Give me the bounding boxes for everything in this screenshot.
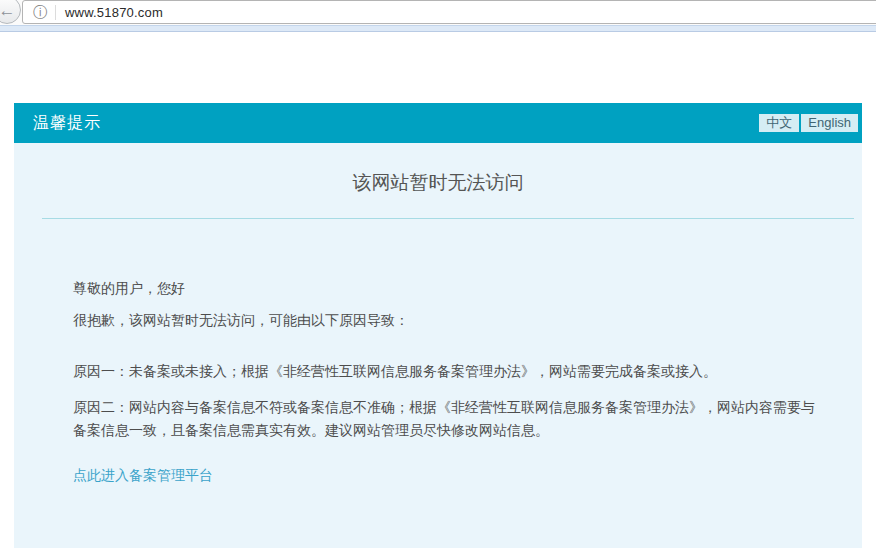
divider-line: [42, 218, 854, 219]
back-arrow-icon: ←: [0, 1, 16, 20]
back-button[interactable]: ←: [0, 0, 21, 24]
toolbar-bottom-strip: [0, 25, 876, 32]
notice-banner: 温馨提示 中文 English: [14, 103, 862, 143]
site-info-icon[interactable]: ⓘ: [33, 5, 47, 19]
page-title: 该网站暂时无法访问: [14, 143, 862, 196]
lang-english-button[interactable]: English: [801, 114, 858, 132]
intro-text: 很抱歉，该网站暂时无法访问，可能由以下原因导致：: [73, 311, 822, 329]
address-bar-separator: [55, 5, 56, 20]
banner-title: 温馨提示: [33, 113, 101, 134]
reason2-text: 原因二：网站内容与备案信息不符或备案信息不准确；根据《非经营性互联网信息服务备案…: [73, 396, 822, 442]
lang-chinese-button[interactable]: 中文: [759, 114, 799, 132]
notice-text-block: 尊敬的用户，您好 很抱歉，该网站暂时无法访问，可能由以下原因导致： 原因一：未备…: [73, 279, 822, 485]
beian-portal-link[interactable]: 点此进入备案管理平台: [73, 467, 213, 485]
url-text[interactable]: www.51870.com: [65, 5, 163, 20]
notice-page: 温馨提示 中文 English 该网站暂时无法访问 尊敬的用户，您好 很抱歉，该…: [14, 103, 862, 548]
reason1-text: 原因一：未备案或未接入；根据《非经营性互联网信息服务备案管理办法》，网站需要完成…: [73, 362, 822, 380]
address-bar[interactable]: ⓘ www.51870.com: [22, 0, 876, 24]
language-switcher: 中文 English: [759, 114, 858, 132]
greeting-text: 尊敬的用户，您好: [73, 279, 822, 297]
browser-toolbar: ← ⓘ www.51870.com: [0, 0, 876, 25]
notice-content: 该网站暂时无法访问 尊敬的用户，您好 很抱歉，该网站暂时无法访问，可能由以下原因…: [14, 143, 862, 548]
